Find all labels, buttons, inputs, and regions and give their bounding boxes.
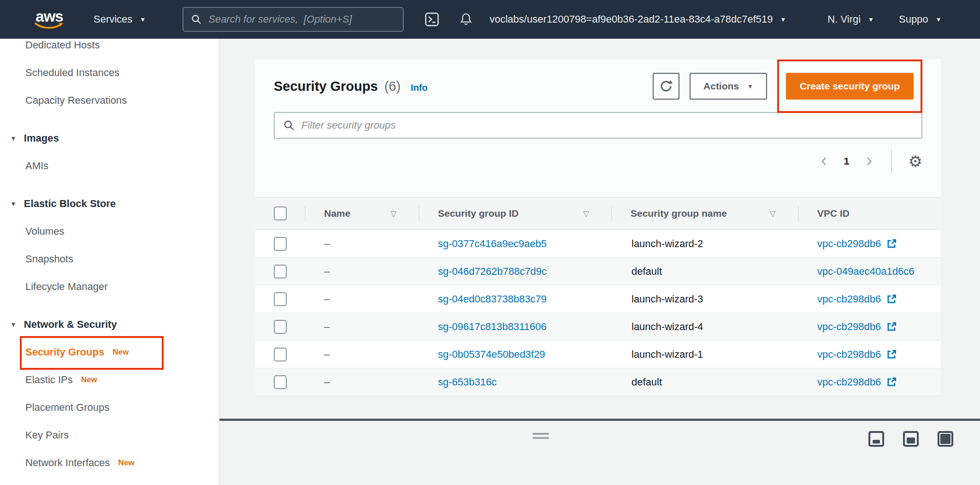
column-header-security-group-id[interactable]: Security group ID▽	[419, 198, 611, 229]
cell-vpc-id: vpc-cb298db6	[798, 321, 941, 333]
vpc-id-link[interactable]: vpc-cb298db6	[817, 238, 881, 250]
vpc-id-link[interactable]: vpc-cb298db6	[817, 376, 881, 388]
row-checkbox[interactable]	[274, 348, 287, 361]
pagination-divider	[891, 149, 892, 173]
aws-logo[interactable]: aws	[35, 10, 64, 30]
region-label: N. Virgi	[827, 13, 861, 25]
cell-security-group-id: sg-04ed0c83738b83c79	[419, 293, 611, 305]
sidebar-item-label: Elastic IPs	[25, 374, 73, 386]
external-link-icon	[886, 322, 897, 332]
table-body: –sg-0377c416a9ec9aeb5launch-wizard-2vpc-…	[255, 230, 941, 396]
security-group-id-link[interactable]: sg-046d7262b788c7d9c	[438, 266, 547, 277]
table-row[interactable]: –sg-653b316cdefaultvpc-cb298db6	[255, 368, 941, 396]
column-header-security-group-name[interactable]: Security group name▽	[611, 198, 798, 229]
preferences-gear-icon[interactable]: ⚙	[909, 154, 922, 169]
column-header-label: Security group name	[631, 208, 727, 219]
sidebar-section-label: Network & Security	[24, 319, 117, 331]
row-select-cell	[255, 348, 305, 361]
row-checkbox[interactable]	[274, 320, 287, 334]
security-group-id-link[interactable]: sg-0377c416a9ec9aeb5	[438, 238, 547, 249]
split-panel-drag-handle[interactable]	[532, 433, 549, 439]
vpc-id-link[interactable]: vpc-cb298db6	[817, 293, 881, 305]
services-menu[interactable]: Services ▼	[94, 13, 146, 25]
security-group-id-link[interactable]: sg-09617c813b8311606	[438, 321, 547, 332]
row-checkbox[interactable]	[274, 237, 287, 251]
table-row[interactable]: –sg-04ed0c83738b83c79launch-wizard-3vpc-…	[255, 285, 941, 313]
refresh-button[interactable]	[653, 73, 679, 100]
account-menu[interactable]: voclabs/user1200798=af9e0b36-2ad2-11ea-8…	[490, 13, 786, 25]
sort-icon[interactable]: ▽	[770, 209, 776, 219]
select-all-checkbox[interactable]	[274, 207, 287, 220]
sidebar-item-label: Volumes	[25, 225, 64, 237]
external-link-icon	[886, 377, 897, 387]
security-group-id-link[interactable]: sg-0b05374e50bed3f29	[438, 349, 545, 360]
column-header-name[interactable]: Name▽	[305, 198, 419, 229]
sidebar-section-network-security[interactable]: ▼Network & Security	[0, 311, 218, 338]
sidebar-section-elastic-block-store[interactable]: ▼Elastic Block Store	[0, 190, 218, 218]
panel-collapsed-icon[interactable]	[868, 431, 884, 447]
collapse-triangle-icon: ▼	[10, 200, 17, 207]
security-group-id-link[interactable]: sg-04ed0c83738b83c79	[438, 293, 547, 305]
sort-icon[interactable]: ▽	[583, 209, 589, 219]
external-link-icon	[886, 239, 897, 249]
security-group-id-link[interactable]: sg-653b316c	[438, 376, 496, 388]
notifications-bell-icon[interactable]	[459, 12, 473, 27]
previous-page-button[interactable]	[819, 156, 830, 167]
sidebar-item-capacity-reservations[interactable]: Capacity Reservations	[0, 87, 218, 114]
sidebar-section-images[interactable]: ▼Images	[0, 124, 218, 152]
actions-button[interactable]: Actions ▼	[690, 73, 767, 100]
next-page-button[interactable]	[863, 156, 874, 167]
sidebar-item-snapshots[interactable]: Snapshots	[0, 245, 218, 273]
cell-security-group-id: sg-653b316c	[419, 376, 611, 388]
table-row[interactable]: –sg-0b05374e50bed3f29launch-wizard-1vpc-…	[255, 341, 941, 368]
column-header-vpc-id[interactable]: VPC ID	[798, 198, 941, 229]
global-search-input[interactable]	[208, 13, 396, 25]
table-row[interactable]: –sg-046d7262b788c7d9cdefaultvpc-049aec40…	[255, 258, 941, 285]
row-checkbox[interactable]	[274, 292, 287, 306]
split-panel-divider[interactable]	[219, 419, 980, 421]
vpc-id-link[interactable]: vpc-cb298db6	[817, 349, 881, 361]
sort-icon[interactable]: ▽	[390, 209, 396, 219]
create-security-group-button[interactable]: Create security group	[786, 73, 914, 100]
cloudshell-icon[interactable]	[424, 12, 440, 27]
table-row[interactable]: –sg-0377c416a9ec9aeb5launch-wizard-2vpc-…	[255, 230, 941, 258]
support-menu[interactable]: Suppo ▼	[899, 13, 942, 25]
new-badge: New	[81, 375, 97, 384]
security-groups-card: Security Groups (6) Info Ac	[255, 59, 941, 396]
sidebar-item-dedicated-hosts[interactable]: Dedicated Hosts	[0, 39, 218, 59]
global-search[interactable]	[183, 7, 404, 32]
sidebar-item-placement-groups[interactable]: Placement Groups	[0, 394, 218, 421]
sidebar-item-network-interfaces[interactable]: Network InterfacesNew	[0, 449, 218, 477]
sidebar-item-lifecycle-manager[interactable]: Lifecycle Manager	[0, 273, 218, 301]
external-link-icon	[886, 294, 897, 304]
panel-half-icon[interactable]	[903, 431, 919, 447]
header-actions: Actions ▼ Create security group	[653, 73, 922, 100]
sidebar-item-key-pairs[interactable]: Key Pairs	[0, 421, 218, 449]
sidebar-item-elastic-ips[interactable]: Elastic IPsNew	[0, 366, 218, 394]
table-row[interactable]: –sg-09617c813b8311606launch-wizard-4vpc-…	[255, 313, 941, 341]
vpc-id-link[interactable]: vpc-cb298db6	[817, 321, 881, 333]
row-checkbox[interactable]	[274, 265, 287, 278]
filter-security-groups-input[interactable]	[301, 119, 913, 131]
sidebar-nav: Dedicated HostsScheduled InstancesCapaci…	[0, 39, 218, 477]
new-badge: New	[118, 458, 134, 467]
cell-security-group-id: sg-0377c416a9ec9aeb5	[419, 238, 611, 250]
sidebar-item-scheduled-instances[interactable]: Scheduled Instances	[0, 59, 218, 87]
row-checkbox[interactable]	[274, 375, 287, 389]
row-select-cell	[255, 237, 305, 251]
cell-security-group-id: sg-046d7262b788c7d9c	[419, 266, 611, 278]
sidebar-item-label: Network Interfaces	[25, 457, 110, 469]
annotation-highlight-create-button: Create security group	[777, 59, 922, 113]
vpc-id-link[interactable]: vpc-049aec40a1d6c6	[817, 266, 914, 278]
region-menu[interactable]: N. Virgi ▼	[827, 13, 874, 25]
sidebar-item-amis[interactable]: AMIs	[0, 152, 218, 180]
info-link[interactable]: Info	[411, 83, 428, 93]
page-title: Security Groups	[274, 79, 378, 94]
panel-full-icon[interactable]	[938, 431, 953, 447]
sidebar-item-security-groups[interactable]: Security GroupsNew	[0, 338, 218, 366]
sidebar-item-volumes[interactable]: Volumes	[0, 218, 218, 245]
column-header-label: Security group ID	[438, 208, 519, 219]
cell-security-group-id: sg-09617c813b8311606	[419, 321, 611, 333]
current-page-number[interactable]: 1	[844, 155, 849, 167]
filter-bar[interactable]	[274, 112, 922, 139]
